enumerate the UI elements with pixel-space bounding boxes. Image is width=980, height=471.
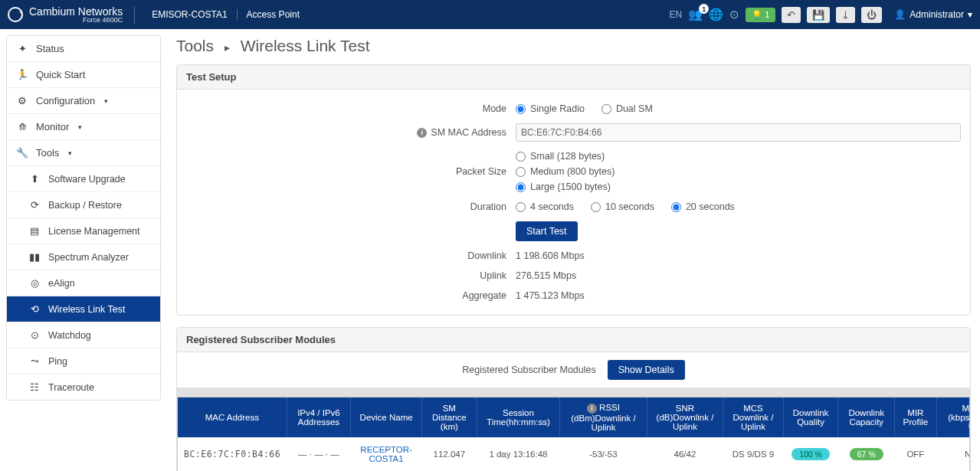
device-name[interactable]: EMISOR-COSTA1: [143, 9, 237, 20]
sidebar-item-traceroute[interactable]: ☷Traceroute: [7, 375, 160, 400]
notif-badge: 1: [699, 4, 709, 14]
packet-label: Packet Size: [186, 166, 516, 177]
subscribers-table-wrapper[interactable]: MAC Address IPv4 / IPv6 Addresses Device…: [177, 397, 970, 471]
sidebar: ✦Status 🏃Quick Start ⚙Configuration▾ ⟰Mo…: [0, 29, 167, 471]
cell-dq: 100 %: [792, 448, 830, 460]
cell-device-link[interactable]: RECEPTOR-COSTA1: [360, 445, 412, 463]
route-icon: ☷: [28, 381, 41, 393]
downlink-value: 1 198.608 Mbps: [516, 250, 961, 261]
cell-snr: 46/42: [647, 437, 723, 472]
th-session[interactable]: Session Time(hh:mm:ss): [477, 397, 560, 437]
sidebar-item-tools[interactable]: 🔧Tools▾: [7, 140, 160, 166]
undo-button[interactable]: ↶: [782, 7, 801, 23]
aggregate-value: 1 475.123 Mbps: [516, 290, 961, 301]
connected-button[interactable]: 💡1: [746, 8, 775, 22]
run-icon: 🏃: [16, 69, 28, 80]
th-mirrate[interactable]: MIR Rate (kbps)Downlink / Uplink: [936, 397, 970, 437]
th-mir[interactable]: MIR Profile: [895, 397, 937, 437]
cell-distance: 112.047: [422, 437, 477, 472]
download-button[interactable]: ⤓: [836, 7, 855, 23]
globe-icon[interactable]: 🌐: [709, 8, 723, 21]
cell-rssi: -53/-53: [560, 437, 647, 472]
mode-label: Mode: [186, 103, 516, 114]
duration-label: Duration: [186, 201, 516, 212]
th-dq[interactable]: Downlink Quality: [783, 397, 838, 437]
subscribers-table: MAC Address IPv4 / IPv6 Addresses Device…: [178, 397, 970, 471]
sidebar-item-watchdog[interactable]: ⊙Watchdog: [7, 322, 160, 348]
brand: Cambium Networks Force 4600C: [8, 6, 135, 24]
mode-dual-radio[interactable]: Dual SM: [601, 103, 653, 114]
chevron-down-icon: ▾: [68, 149, 72, 157]
duration-4-radio[interactable]: 4 seconds: [516, 201, 574, 212]
cell-mir: OFF: [895, 437, 937, 472]
duration-20-radio[interactable]: 20 seconds: [671, 201, 735, 212]
downlink-label: Downlink: [186, 250, 516, 261]
cell-mirrate: N/A/N/A: [936, 437, 970, 472]
th-ipv[interactable]: IPv4 / IPv6 Addresses: [287, 397, 350, 437]
sidebar-item-ping[interactable]: ⤳Ping: [7, 348, 160, 375]
pulse-icon: ✦: [16, 43, 28, 54]
chevron-right-icon: ▸: [225, 41, 230, 54]
sidebar-item-wireless-link-test[interactable]: ⟲Wireless Link Test: [7, 296, 160, 322]
chevron-down-icon: ▾: [104, 97, 108, 105]
duration-10-radio[interactable]: 10 seconds: [591, 201, 654, 212]
th-mcs[interactable]: MCS Downlink / Uplink: [723, 397, 783, 437]
cell-ipv: — · — · —: [287, 437, 350, 472]
th-dc[interactable]: Downlink Capacity: [838, 397, 895, 437]
th-mac[interactable]: MAC Address: [178, 397, 287, 437]
th-snr[interactable]: SNR (dB)Downlink / Uplink: [647, 397, 723, 437]
aggregate-label: Aggregate: [186, 290, 516, 301]
h-scrollbar-top[interactable]: [177, 388, 970, 397]
sidebar-item-ealign[interactable]: ◎eAlign: [7, 270, 160, 296]
brand-name: Cambium Networks: [29, 6, 123, 17]
sidebar-item-backup[interactable]: ⟳Backup / Restore: [7, 192, 160, 218]
breadcrumb-parent[interactable]: Tools: [176, 37, 214, 54]
wifi-icon: ⟲: [28, 303, 41, 315]
th-rssi[interactable]: i RSSI (dBm)Downlink / Uplink: [560, 397, 647, 437]
bars-icon: ▮▮: [28, 251, 41, 263]
packet-small-radio[interactable]: Small (128 bytes): [516, 151, 605, 162]
cell-mac: BC:E6:7C:F0:B4:66: [178, 437, 287, 472]
panel-heading: Test Setup: [177, 65, 970, 90]
target-icon: ◎: [28, 277, 41, 289]
lang-label[interactable]: EN: [670, 9, 683, 20]
page-title: Wireless Link Test: [241, 37, 370, 54]
topbar: Cambium Networks Force 4600C EMISOR-COST…: [0, 0, 980, 29]
uplink-label: Uplink: [186, 270, 516, 281]
main-content: Tools ▸ Wireless Link Test Test Setup Mo…: [167, 29, 980, 471]
th-distance[interactable]: SM Distance (km): [422, 397, 477, 437]
start-test-button[interactable]: Start Test: [516, 221, 578, 241]
packet-large-radio[interactable]: Large (1500 bytes): [516, 182, 611, 192]
panel-heading: Registered Subscriber Modules: [177, 328, 970, 352]
th-device[interactable]: Device Name: [351, 397, 422, 437]
table-row[interactable]: BC:E6:7C:F0:B4:66 — · — · — RECEPTOR-COS…: [178, 437, 970, 472]
mode-single-radio[interactable]: Single Radio: [516, 103, 585, 114]
sidebar-item-spectrum[interactable]: ▮▮Spectrum Analyzer: [7, 244, 160, 270]
cell-session: 1 day 13:16:48: [477, 437, 560, 472]
breadcrumb: Tools ▸ Wireless Link Test: [176, 37, 971, 55]
sidebar-item-status[interactable]: ✦Status: [7, 36, 160, 62]
save-button[interactable]: 💾: [807, 7, 830, 23]
sidebar-item-software-upgrade[interactable]: ⬆Software Upgrade: [7, 166, 160, 192]
info-icon[interactable]: i: [417, 128, 427, 138]
sidebar-item-configuration[interactable]: ⚙Configuration▾: [7, 88, 160, 114]
brand-model: Force 4600C: [29, 17, 123, 24]
test-setup-panel: Test Setup Mode Single Radio Dual SM iSM…: [176, 64, 971, 316]
sidebar-item-quickstart[interactable]: 🏃Quick Start: [7, 62, 160, 88]
cell-dc: 67 %: [850, 448, 883, 460]
admin-menu[interactable]: 👤 Administrator ▾: [894, 9, 972, 20]
gear-icon: ⚙: [16, 95, 28, 106]
mac-select[interactable]: [516, 123, 961, 142]
uplink-value: 276.515 Mbps: [516, 270, 961, 281]
device-mode: Access Point: [238, 9, 309, 20]
location-icon[interactable]: ⊙: [729, 8, 739, 21]
license-icon: ▤: [28, 225, 41, 237]
packet-medium-radio[interactable]: Medium (800 bytes): [516, 166, 615, 177]
restore-icon: ⟳: [28, 199, 41, 211]
logo-icon: [8, 7, 23, 22]
sidebar-item-monitor[interactable]: ⟰Monitor▾: [7, 114, 160, 140]
notifications-icon[interactable]: 👥1: [688, 8, 703, 21]
power-button[interactable]: ⏻: [861, 7, 882, 23]
show-details-button[interactable]: Show Details: [608, 360, 685, 380]
sidebar-item-license[interactable]: ▤License Management: [7, 218, 160, 244]
